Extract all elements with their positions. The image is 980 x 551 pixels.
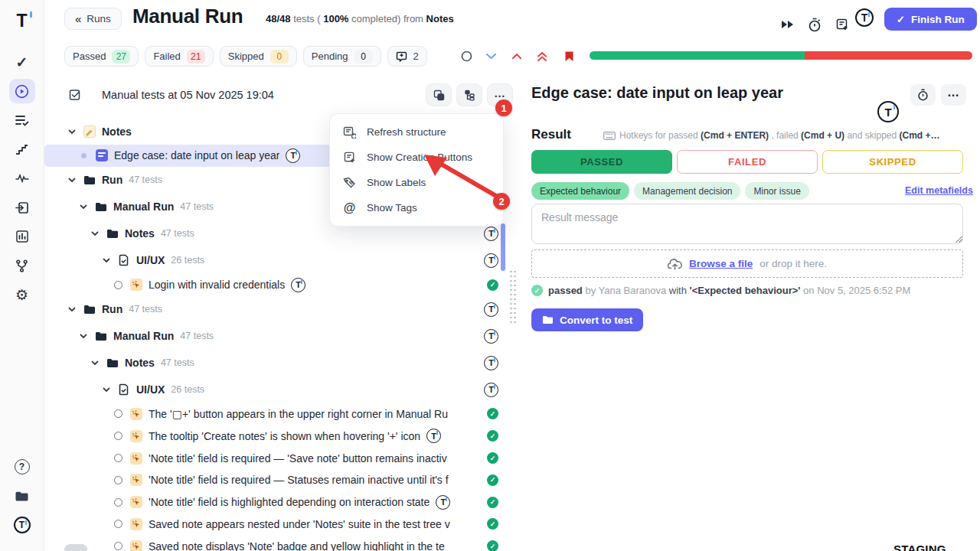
comments-filter-chip[interactable]: 2 (387, 46, 427, 67)
test-icon (129, 279, 142, 292)
finish-run-button[interactable]: ✓ Finish Run (884, 8, 977, 31)
textarea-resize-grip[interactable] (956, 236, 962, 243)
tree-suite-row[interactable]: UI/UX26 testsT (44, 247, 514, 274)
t-logo-icon[interactable]: T (855, 8, 874, 27)
stopwatch-icon[interactable] (805, 15, 825, 34)
chevron-down-icon[interactable] (90, 229, 100, 238)
tree-suite-row[interactable]: Run47 testsT (44, 296, 514, 323)
timer-button[interactable] (910, 84, 936, 106)
tree-test-row[interactable]: The tooltip 'Create notes' is shown when… (44, 425, 514, 447)
skipped-status-button[interactable]: SKIPPED (822, 150, 963, 174)
metafield-tag[interactable]: Expected behaviour (531, 182, 629, 200)
edit-metafields-link[interactable]: Edit metafields (905, 185, 973, 196)
tree-structure-button[interactable] (456, 83, 482, 106)
chevron-down-icon[interactable] (79, 331, 88, 341)
tree-test-row[interactable]: Saved note displays 'Note' badge and yel… (44, 535, 514, 551)
tree-suite-row[interactable]: Manual Run47 testsT (44, 323, 514, 350)
status-circle-icon[interactable] (114, 409, 122, 418)
tree-test-row[interactable]: 'Note title' field is required — 'Save n… (44, 447, 514, 469)
app-logo-icon[interactable]: T (16, 11, 27, 31)
page-title: Manual Run (132, 5, 243, 28)
sidebar-item-steps[interactable] (9, 137, 35, 161)
sidebar-item-pulse[interactable] (9, 166, 35, 191)
double-chevron-up-icon[interactable] (535, 50, 549, 63)
note-add-icon[interactable] (832, 15, 852, 34)
status-circle-icon[interactable] (114, 476, 122, 484)
tree-row-label: 'Note title' field is required — 'Save n… (149, 452, 447, 465)
panel-resize-handle[interactable] (509, 269, 516, 324)
tree-suite-row[interactable]: UI/UX26 testsT (44, 377, 514, 403)
filter-chip-skipped[interactable]: Skipped0 (220, 46, 297, 67)
chevron-down-icon[interactable] (90, 358, 100, 367)
chevron-down-icon[interactable] (484, 50, 498, 63)
checklist-icon (69, 88, 82, 101)
status-circle-icon[interactable] (114, 281, 122, 289)
sidebar-item-runs[interactable] (9, 79, 35, 103)
chevron-down-icon[interactable] (67, 175, 77, 184)
passed-check-icon: ✓ (531, 285, 543, 296)
tree-row-label: The tooltip 'Create notes' is shown when… (149, 430, 420, 442)
t-logo-icon[interactable]: T (877, 101, 899, 122)
sidebar-item-import[interactable] (9, 195, 35, 220)
chevron-down-icon[interactable] (67, 305, 77, 314)
chevron-down-icon[interactable] (79, 202, 88, 211)
tree-row-label: Notes (125, 227, 155, 240)
detail-more-button[interactable]: … (941, 84, 966, 106)
tree-panel-title: Manual tests at 05 Nov 2025 19:04 (102, 89, 274, 101)
back-to-runs-button[interactable]: « Runs (64, 8, 122, 30)
sidebar-item-docs[interactable] (9, 484, 35, 508)
tree-row-count: 47 tests (161, 357, 194, 368)
sidebar-item-report[interactable] (9, 224, 35, 249)
result-message-input[interactable] (531, 204, 963, 244)
tree-test-row[interactable]: 'Note title' field is required — Statuse… (44, 469, 514, 491)
refresh-structure-icon (342, 126, 357, 139)
chevron-down-icon[interactable] (102, 385, 111, 394)
horizontal-scrollbar[interactable] (64, 544, 87, 551)
copy-structure-button[interactable] (426, 83, 452, 106)
tree-test-row[interactable]: Saved note appears nested under 'Notes' … (44, 514, 514, 536)
tree-test-row[interactable]: The '▢+' button appears in the upper rig… (44, 403, 514, 425)
browse-file-link[interactable]: Browse a file (689, 258, 753, 269)
filter-chip-failed[interactable]: Failed21 (145, 46, 213, 67)
tree-test-row[interactable]: Login with invalid credentialsT✓ (44, 274, 514, 296)
test-icon (129, 452, 142, 465)
passed-status-button[interactable]: PASSED (531, 150, 672, 174)
filter-chip-pending[interactable]: Pending0 (303, 46, 381, 67)
status-circle-icon[interactable] (114, 542, 122, 550)
metafield-tag[interactable]: Management decision (634, 182, 740, 200)
filter-chip-passed[interactable]: Passed27 (64, 46, 139, 67)
sidebar-item-branch[interactable] (9, 253, 35, 278)
passed-check-icon: ✓ (487, 518, 498, 530)
tree-scrollbar[interactable] (501, 223, 505, 271)
circle-icon[interactable] (459, 50, 473, 63)
status-circle-icon[interactable] (114, 498, 122, 507)
metafield-tag[interactable]: Minor issue (745, 182, 808, 200)
tree-suite-row[interactable]: Notes47 testsT (44, 350, 514, 377)
ellipsis-icon: … (947, 86, 960, 99)
convert-to-test-button[interactable]: Convert to test (531, 308, 643, 331)
tree-test-row[interactable]: 'Note title' field is highlighted depend… (44, 491, 514, 514)
sidebar-item-tasks[interactable] (9, 108, 35, 132)
chevron-down-icon[interactable] (67, 127, 77, 136)
fast-forward-icon[interactable] (778, 15, 798, 34)
chevron-down-icon[interactable] (102, 256, 111, 265)
t-logo-icon: T (484, 227, 498, 241)
chevron-up-icon[interactable] (510, 50, 524, 63)
tree-row-label: UI/UX (136, 254, 165, 266)
tree-row-label: 'Note title' field is required — Statuse… (149, 474, 449, 486)
sidebar-item-check[interactable]: ✓ (9, 50, 35, 74)
failed-status-button[interactable]: FAILED (677, 150, 818, 174)
back-to-runs-label: Runs (87, 13, 111, 24)
tree-row-label: Manual Run (113, 201, 174, 213)
sidebar-item-settings[interactable]: ⚙ (9, 282, 35, 307)
tree-row-label: The '▢+' button appears in the upper rig… (149, 408, 448, 420)
sidebar-item-tlogo-circle[interactable]: T (9, 513, 35, 537)
bookmark-icon[interactable] (562, 50, 576, 63)
status-circle-icon[interactable] (114, 454, 122, 462)
file-drop-zone[interactable]: Browse a file or drop it here. (531, 249, 963, 278)
status-circle-icon[interactable] (114, 520, 122, 528)
menu-item-refresh-structure[interactable]: Refresh structure (330, 119, 503, 145)
status-circle-icon[interactable] (114, 432, 122, 440)
notes-icon (83, 125, 96, 138)
sidebar-item-help[interactable]: ? (9, 455, 35, 479)
